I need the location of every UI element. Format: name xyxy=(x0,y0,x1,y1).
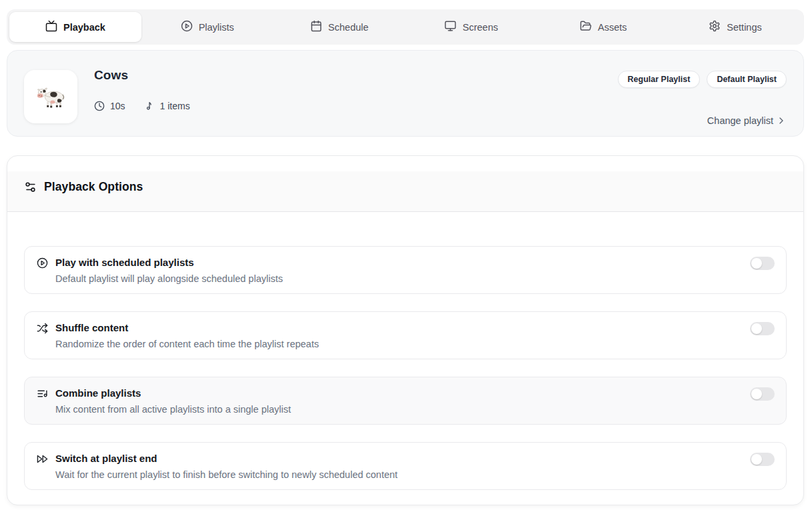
option-label: Combine playlists xyxy=(55,386,291,401)
nav-tab-schedule[interactable]: Schedule xyxy=(274,12,406,42)
option-row: Combine playlists Mix content from all a… xyxy=(24,377,787,425)
current-playlist-card: Cows 10s 1 items Regular PlaylistDefault… xyxy=(7,50,804,137)
option-description: Default playlist will play alongside sch… xyxy=(55,272,283,285)
playlist-meta: 10s 1 items xyxy=(94,101,190,111)
option-description: Mix content from all active playlists in… xyxy=(55,403,291,416)
monitor-icon xyxy=(444,20,456,34)
nav-tab-screens[interactable]: Screens xyxy=(405,12,537,42)
list-music-icon xyxy=(37,388,48,399)
nav-tab-playlists[interactable]: Playlists xyxy=(141,12,274,42)
shuffle-icon xyxy=(37,323,48,334)
option-label: Play with scheduled playlists xyxy=(55,255,283,270)
tv-icon xyxy=(45,20,57,34)
option-label: Switch at playlist end xyxy=(55,451,398,466)
playback-options-header: Playback Options xyxy=(7,171,803,212)
circle-play-icon xyxy=(37,257,48,269)
option-row: Shuffle content Randomize the order of c… xyxy=(24,311,787,359)
folder-open-icon xyxy=(580,20,592,34)
option-row: Switch at playlist end Wait for the curr… xyxy=(24,442,787,490)
clock-icon xyxy=(94,101,105,111)
toggle-knob xyxy=(751,258,762,269)
items-meta: 1 items xyxy=(144,101,190,111)
toggle-knob xyxy=(751,389,762,399)
gear-icon xyxy=(709,20,721,34)
music-note-icon xyxy=(144,101,155,111)
option-toggle[interactable] xyxy=(750,453,775,466)
chevron-right-icon xyxy=(776,115,787,126)
duration-meta: 10s xyxy=(94,101,125,111)
toggle-knob xyxy=(751,323,762,334)
option-toggle[interactable] xyxy=(750,257,775,270)
playlist-type-badge: Regular Playlist xyxy=(618,71,701,88)
option-toggle[interactable] xyxy=(750,322,775,335)
playlist-title: Cows xyxy=(94,68,190,83)
nav-tab-settings[interactable]: Settings xyxy=(669,12,801,42)
cow-emoji-icon xyxy=(35,85,66,109)
playlist-duration: 10s xyxy=(110,101,125,111)
calendar-icon xyxy=(310,20,322,34)
section-title: Playback Options xyxy=(44,180,143,194)
top-nav: Playback Playlists Schedule Screens Asse… xyxy=(7,9,804,45)
option-label: Shuffle content xyxy=(55,321,319,335)
change-playlist-link[interactable]: Change playlist xyxy=(707,115,787,126)
option-toggle[interactable] xyxy=(750,387,775,401)
playlist-thumbnail xyxy=(24,70,77,123)
playlist-items-count: 1 items xyxy=(160,101,190,111)
nav-tab-playback[interactable]: Playback xyxy=(9,12,141,42)
playlist-type-badge: Default Playlist xyxy=(707,71,787,88)
sliders-icon xyxy=(24,181,37,193)
option-row: Play with scheduled playlists Default pl… xyxy=(24,246,787,294)
playback-options-card: Playback Options Play with scheduled pla… xyxy=(7,155,804,505)
nav-tab-assets[interactable]: Assets xyxy=(537,12,669,42)
options-list: Play with scheduled playlists Default pl… xyxy=(24,246,787,490)
option-description: Wait for the current playlist to finish … xyxy=(55,468,398,481)
option-description: Randomize the order of content each time… xyxy=(55,337,319,351)
circle-play-icon xyxy=(181,20,193,34)
toggle-knob xyxy=(751,454,762,465)
playlist-badges: Regular PlaylistDefault Playlist xyxy=(618,71,787,88)
fast-forward-icon xyxy=(37,453,48,465)
playback-page: Playback Playlists Schedule Screens Asse… xyxy=(0,0,812,512)
